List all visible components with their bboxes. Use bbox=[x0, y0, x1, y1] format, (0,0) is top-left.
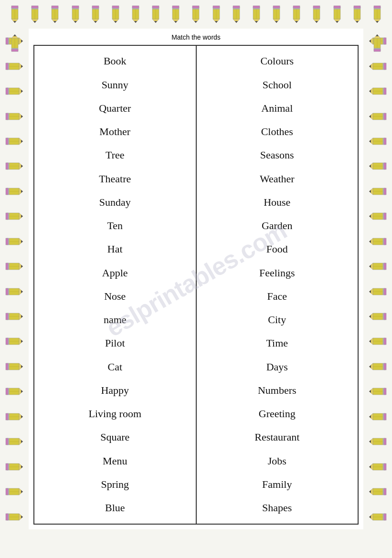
left-word-10: Nose bbox=[104, 290, 126, 304]
left-word-1: Sunny bbox=[102, 78, 128, 92]
svg-rect-134 bbox=[8, 113, 10, 120]
svg-marker-70 bbox=[235, 21, 238, 23]
right-word-13: Days bbox=[266, 360, 288, 374]
left-word-19: Blue bbox=[105, 501, 125, 515]
svg-rect-176 bbox=[8, 288, 10, 295]
right-word-16: Restaurant bbox=[254, 431, 299, 444]
right-word-8: Food bbox=[266, 242, 288, 256]
svg-rect-133 bbox=[6, 113, 8, 120]
border-top bbox=[0, 0, 392, 29]
svg-rect-109 bbox=[374, 6, 381, 8]
svg-rect-188 bbox=[8, 338, 10, 345]
svg-rect-2 bbox=[11, 8, 18, 10]
left-word-4: Tree bbox=[106, 148, 125, 162]
svg-rect-128 bbox=[8, 88, 10, 95]
svg-rect-103 bbox=[354, 6, 360, 8]
right-word-3: Clothes bbox=[261, 125, 293, 139]
right-word-6: House bbox=[264, 196, 290, 210]
svg-rect-14 bbox=[52, 8, 58, 10]
svg-rect-31 bbox=[112, 6, 119, 8]
left-word-7: Ten bbox=[107, 219, 123, 233]
right-word-7: Garden bbox=[262, 219, 293, 233]
left-word-0: Book bbox=[104, 54, 127, 68]
right-word-5: Weather bbox=[260, 172, 295, 186]
svg-rect-86 bbox=[293, 8, 300, 10]
svg-rect-308 bbox=[383, 338, 384, 345]
svg-rect-464 bbox=[374, 48, 381, 50]
svg-rect-229 bbox=[6, 514, 8, 520]
svg-rect-127 bbox=[6, 88, 8, 95]
svg-rect-85 bbox=[293, 6, 300, 8]
svg-rect-140 bbox=[8, 138, 10, 145]
svg-rect-313 bbox=[384, 363, 386, 370]
left-word-17: Menu bbox=[103, 454, 127, 468]
left-word-3: Mother bbox=[99, 125, 130, 139]
svg-rect-278 bbox=[383, 213, 384, 220]
right-column: ColoursSchoolAnimalClothesSeasonsWeather… bbox=[197, 46, 358, 524]
svg-rect-241 bbox=[384, 63, 386, 70]
svg-rect-50 bbox=[172, 8, 179, 10]
svg-marker-112 bbox=[376, 21, 379, 23]
svg-rect-44 bbox=[152, 8, 159, 10]
left-word-9: Apple bbox=[102, 266, 128, 280]
border-left bbox=[0, 29, 29, 529]
svg-rect-92 bbox=[313, 8, 320, 10]
border-right bbox=[363, 29, 392, 529]
svg-rect-80 bbox=[273, 8, 280, 10]
right-word-10: Face bbox=[267, 290, 287, 304]
svg-rect-55 bbox=[192, 6, 199, 8]
word-table: BookSunnyQuarterMotherTreeTheatreSundayT… bbox=[33, 45, 359, 525]
svg-rect-32 bbox=[112, 8, 119, 10]
left-word-6: Sunday bbox=[99, 196, 131, 210]
svg-rect-43 bbox=[152, 6, 159, 8]
svg-rect-199 bbox=[6, 388, 8, 395]
left-column: BookSunnyQuarterMotherTreeTheatreSundayT… bbox=[34, 46, 197, 524]
svg-rect-151 bbox=[6, 188, 8, 195]
svg-marker-106 bbox=[356, 21, 359, 23]
svg-rect-272 bbox=[383, 188, 384, 195]
svg-rect-218 bbox=[8, 463, 10, 470]
svg-rect-121 bbox=[6, 63, 8, 70]
svg-rect-356 bbox=[11, 48, 18, 50]
svg-rect-325 bbox=[384, 413, 386, 420]
svg-marker-10 bbox=[33, 21, 36, 23]
svg-rect-301 bbox=[384, 313, 386, 320]
svg-rect-271 bbox=[384, 188, 386, 195]
svg-rect-205 bbox=[6, 413, 8, 420]
svg-marker-52 bbox=[174, 21, 177, 23]
right-word-11: City bbox=[268, 313, 286, 327]
left-word-2: Quarter bbox=[99, 102, 131, 116]
svg-rect-8 bbox=[32, 8, 38, 10]
svg-marker-58 bbox=[194, 21, 197, 23]
svg-rect-163 bbox=[6, 238, 8, 245]
svg-rect-260 bbox=[383, 138, 384, 145]
svg-rect-320 bbox=[383, 388, 384, 395]
right-word-14: Numbers bbox=[258, 384, 297, 398]
svg-rect-200 bbox=[8, 388, 10, 395]
svg-rect-194 bbox=[8, 363, 10, 370]
svg-marker-40 bbox=[134, 21, 137, 23]
left-word-13: Cat bbox=[107, 360, 122, 374]
left-word-12: Pilot bbox=[105, 337, 125, 350]
svg-rect-152 bbox=[8, 188, 10, 195]
svg-rect-332 bbox=[383, 438, 384, 445]
svg-rect-266 bbox=[383, 163, 384, 169]
svg-marker-22 bbox=[74, 21, 77, 23]
svg-rect-295 bbox=[384, 288, 386, 295]
right-word-15: Greeting bbox=[259, 407, 296, 421]
svg-rect-343 bbox=[384, 488, 386, 495]
svg-rect-349 bbox=[384, 514, 386, 520]
svg-rect-211 bbox=[6, 438, 8, 445]
svg-rect-146 bbox=[8, 163, 10, 169]
svg-rect-67 bbox=[233, 6, 240, 8]
svg-rect-170 bbox=[8, 263, 10, 270]
svg-rect-175 bbox=[6, 288, 8, 295]
svg-rect-187 bbox=[6, 338, 8, 345]
right-word-9: Feelings bbox=[259, 266, 295, 280]
svg-rect-307 bbox=[384, 338, 386, 345]
svg-rect-248 bbox=[383, 88, 384, 95]
svg-rect-296 bbox=[383, 288, 384, 295]
svg-rect-122 bbox=[8, 63, 10, 70]
svg-rect-314 bbox=[383, 363, 384, 370]
svg-marker-4 bbox=[13, 21, 16, 23]
